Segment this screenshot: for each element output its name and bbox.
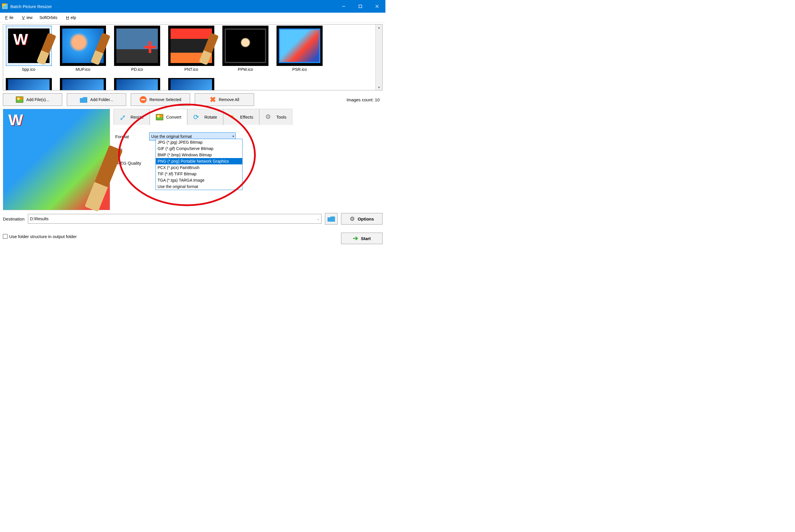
checkbox-icon <box>3 234 7 239</box>
thumbnail-item[interactable]: MUP.ico <box>59 26 107 72</box>
folder-icon <box>80 96 87 103</box>
window-title: Batch Picture Resizer <box>11 4 52 9</box>
wand-icon: ✦ <box>229 113 237 121</box>
remove-selected-button[interactable]: Remove Selected <box>131 93 190 106</box>
tab-tools[interactable]: ⚙ Tools <box>259 109 292 125</box>
format-option[interactable]: GIF (*.gif) CompuServe Bitmap <box>156 145 242 152</box>
rotate-icon: ⟳ <box>193 113 201 121</box>
tab-resize-label: Resize <box>130 115 144 119</box>
jpeg-quality-label: JPEG Quality <box>115 160 149 166</box>
thumbnail-item[interactable]: PSR.ico <box>276 26 323 72</box>
remove-icon <box>140 96 147 103</box>
resize-icon: ⤢ <box>119 113 128 121</box>
settings-tabs-area: ⤢ Resize Convert ⟳ Rotate ✦ Effects ⚙ To… <box>113 109 383 212</box>
remove-selected-label: Remove Selected <box>149 97 182 102</box>
format-option[interactable]: TIF (*.tif) TIFF Bitmap <box>156 171 242 177</box>
thumbnail-item[interactable]: PD.ico <box>113 26 161 72</box>
format-value: Use the original format <box>151 134 192 139</box>
browse-destination-button[interactable] <box>325 213 338 225</box>
destination-label: Destination <box>3 216 24 221</box>
thumbnail-item[interactable] <box>167 78 215 90</box>
title-bar: Batch Picture Resizer <box>0 0 385 13</box>
chevron-down-icon: ▾ <box>233 134 234 138</box>
destination-value: D:\Results <box>30 216 49 221</box>
preview-pane <box>3 109 110 210</box>
thumbnail-panel: bpp.ico MUP.ico PD.ico PNT.ico PPW.ico P… <box>3 24 383 90</box>
thumbnail-item[interactable] <box>113 78 161 90</box>
thumbnail-item[interactable] <box>5 78 53 90</box>
use-folder-structure-checkbox[interactable]: Use folder structure in output folder <box>3 229 77 244</box>
folder-open-icon <box>328 216 335 222</box>
close-button[interactable] <box>369 0 385 13</box>
maximize-button[interactable] <box>352 0 369 13</box>
photo-icon <box>16 96 23 103</box>
x-icon: ✖ <box>210 95 216 104</box>
options-button[interactable]: ⚙ Options <box>341 213 383 225</box>
thumbnail-item[interactable]: PPW.ico <box>222 26 269 72</box>
convert-icon <box>156 114 163 120</box>
thumbnail-label: PPW.ico <box>238 67 253 72</box>
tab-convert[interactable]: Convert <box>150 109 187 125</box>
svg-rect-1 <box>359 5 362 8</box>
main-area: ⤢ Resize Convert ⟳ Rotate ✦ Effects ⚙ To… <box>3 109 383 212</box>
convert-panel: Format Use the original format ▾ DPI JPE… <box>113 125 383 169</box>
add-folder-label: Add Folder... <box>90 97 113 102</box>
thumbnail-item[interactable]: PNT.ico <box>167 26 215 72</box>
tab-rotate[interactable]: ⟳ Rotate <box>187 109 223 125</box>
use-folder-structure-label: Use folder structure in output folder <box>9 234 77 239</box>
thumbnail-label: PSR.ico <box>292 67 307 72</box>
gear-icon: ⚙ <box>265 113 273 121</box>
thumbnail-scrollbar[interactable]: ▴ ▾ <box>375 24 382 90</box>
format-option[interactable]: PNG (*.png) Portable Network Graphics <box>156 158 242 164</box>
minimize-icon <box>342 5 345 8</box>
gear-icon: ⚙ <box>350 215 355 222</box>
preview-image <box>3 109 110 210</box>
remove-all-button[interactable]: ✖ Remove All <box>195 93 254 106</box>
chevron-down-icon: ⌄ <box>317 217 319 221</box>
format-option[interactable]: JPG (*.jpg) JPEG Bitmap <box>156 139 242 145</box>
thumbnail-item[interactable]: bpp.ico <box>5 26 53 72</box>
menu-file[interactable]: File <box>2 14 15 21</box>
format-dropdown-list[interactable]: JPG (*.jpg) JPEG Bitmap GIF (*.gif) Comp… <box>155 139 242 190</box>
close-icon <box>375 5 379 8</box>
tab-convert-label: Convert <box>166 115 182 119</box>
images-count-label: Images count: 10 <box>347 97 380 102</box>
tab-resize[interactable]: ⤢ Resize <box>113 109 150 125</box>
menu-softorbits[interactable]: SoftOrbits <box>38 14 59 21</box>
start-button[interactable]: ➔ Start <box>341 233 383 244</box>
minimize-button[interactable] <box>335 0 352 13</box>
scroll-down-icon[interactable]: ▾ <box>376 84 382 90</box>
add-folder-button[interactable]: Add Folder... <box>67 93 126 106</box>
menu-bar: File View SoftOrbits Help <box>0 13 385 22</box>
tab-rotate-label: Rotate <box>204 115 217 119</box>
format-label: Format <box>115 134 149 139</box>
action-toolbar: Add File(s)... Add Folder... Remove Sele… <box>3 93 383 106</box>
remove-all-label: Remove All <box>219 97 239 102</box>
thumbnail-list[interactable]: bpp.ico MUP.ico PD.ico PNT.ico PPW.ico P… <box>3 24 375 90</box>
tab-tools-label: Tools <box>276 115 286 119</box>
menu-help[interactable]: Help <box>62 14 78 21</box>
add-files-button[interactable]: Add File(s)... <box>3 93 62 106</box>
start-label: Start <box>361 236 371 241</box>
destination-combobox[interactable]: D:\Results ⌄ <box>28 214 321 224</box>
thumbnail-label: MUP.ico <box>75 67 90 72</box>
add-files-label: Add File(s)... <box>26 97 49 102</box>
menu-view[interactable]: View <box>19 14 34 21</box>
thumbnail-item[interactable] <box>59 78 107 90</box>
bottom-panel: Destination D:\Results ⌄ ⚙ Options Use f… <box>3 213 383 244</box>
tab-effects[interactable]: ✦ Effects <box>223 109 260 125</box>
options-label: Options <box>358 216 374 221</box>
maximize-icon <box>358 5 362 8</box>
thumbnail-label: bpp.ico <box>22 67 35 72</box>
thumbnail-label: PD.ico <box>131 67 143 72</box>
app-icon <box>2 3 8 10</box>
format-option[interactable]: BMP (*.bmp) Windows Bitmap <box>156 152 242 158</box>
tab-effects-label: Effects <box>240 115 254 119</box>
format-option[interactable]: PCX (*.pcx) PaintBrush <box>156 164 242 171</box>
settings-tabs: ⤢ Resize Convert ⟳ Rotate ✦ Effects ⚙ To… <box>113 109 383 125</box>
thumbnail-label: PNT.ico <box>184 67 198 72</box>
play-icon: ➔ <box>353 235 358 242</box>
format-option[interactable]: Use the original format <box>156 183 242 190</box>
scroll-up-icon[interactable]: ▴ <box>376 24 382 30</box>
format-option[interactable]: TGA (*.tga) TARGA Image <box>156 177 242 183</box>
